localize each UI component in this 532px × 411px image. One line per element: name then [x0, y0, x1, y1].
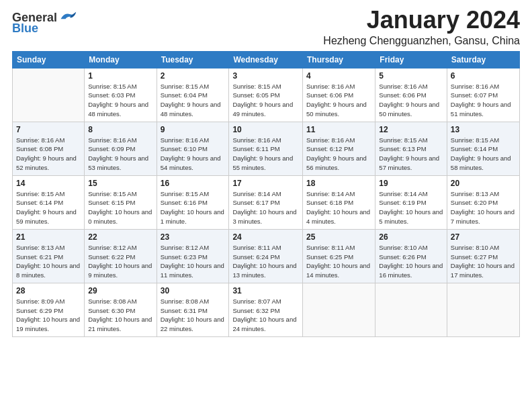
daylight-text: Daylight: 10 hours and 5 minutes. [379, 208, 443, 225]
table-row: 31 Sunrise: 8:07 AM Sunset: 6:32 PM Dayl… [229, 283, 303, 336]
sunset-text: Sunset: 6:03 PM [88, 91, 135, 99]
sunrise-text: Sunrise: 8:15 AM [161, 83, 209, 90]
calendar-week-row: 21 Sunrise: 8:13 AM Sunset: 6:21 PM Dayl… [13, 229, 520, 283]
day-number: 10 [232, 125, 299, 134]
day-info: Sunrise: 8:16 AM Sunset: 6:07 PM Dayligh… [451, 82, 516, 119]
table-row: 6 Sunrise: 8:16 AM Sunset: 6:07 PM Dayli… [447, 68, 519, 122]
table-row [375, 283, 447, 336]
sunset-text: Sunset: 6:32 PM [232, 307, 279, 314]
sunrise-text: Sunrise: 8:13 AM [16, 244, 64, 251]
sunrise-text: Sunrise: 8:14 AM [379, 190, 427, 197]
sunset-text: Sunset: 6:14 PM [451, 145, 498, 152]
col-sunday: Sunday [13, 51, 85, 68]
sunrise-text: Sunrise: 8:15 AM [232, 83, 281, 90]
sunset-text: Sunset: 6:22 PM [88, 253, 135, 261]
day-info: Sunrise: 8:12 AM Sunset: 6:22 PM Dayligh… [88, 243, 152, 280]
day-info: Sunrise: 8:11 AM Sunset: 6:24 PM Dayligh… [232, 243, 299, 280]
table-row: 28 Sunrise: 8:09 AM Sunset: 6:29 PM Dayl… [13, 283, 85, 336]
table-row: 16 Sunrise: 8:15 AM Sunset: 6:16 PM Dayl… [157, 175, 229, 229]
col-monday: Monday [85, 51, 157, 68]
day-number: 17 [232, 179, 299, 188]
daylight-text: Daylight: 9 hours and 49 minutes. [232, 101, 293, 118]
table-row: 29 Sunrise: 8:08 AM Sunset: 6:30 PM Dayl… [85, 283, 157, 336]
day-number: 18 [306, 179, 371, 188]
sunset-text: Sunset: 6:25 PM [306, 253, 353, 261]
day-number: 14 [16, 179, 81, 188]
table-row: 23 Sunrise: 8:12 AM Sunset: 6:23 PM Dayl… [157, 229, 229, 283]
sunrise-text: Sunrise: 8:15 AM [88, 83, 136, 90]
day-number: 21 [16, 232, 81, 242]
day-info: Sunrise: 8:15 AM Sunset: 6:14 PM Dayligh… [16, 189, 81, 226]
table-row [447, 283, 519, 336]
logo-blue-text: Blue [12, 22, 38, 34]
sunrise-text: Sunrise: 8:16 AM [306, 136, 355, 144]
table-row: 5 Sunrise: 8:16 AM Sunset: 6:06 PM Dayli… [375, 68, 447, 122]
day-number: 6 [451, 71, 516, 81]
sunset-text: Sunset: 6:17 PM [232, 199, 279, 206]
sunrise-text: Sunrise: 8:11 AM [306, 244, 355, 251]
day-info: Sunrise: 8:07 AM Sunset: 6:32 PM Dayligh… [232, 297, 299, 334]
day-info: Sunrise: 8:14 AM Sunset: 6:17 PM Dayligh… [232, 189, 299, 226]
calendar-week-row: 28 Sunrise: 8:09 AM Sunset: 6:29 PM Dayl… [13, 283, 520, 336]
table-row: 2 Sunrise: 8:15 AM Sunset: 6:04 PM Dayli… [157, 68, 229, 122]
day-number: 23 [161, 232, 226, 242]
sunset-text: Sunset: 6:04 PM [161, 91, 208, 99]
col-saturday: Saturday [447, 51, 519, 68]
daylight-text: Daylight: 9 hours and 52 minutes. [16, 154, 77, 171]
daylight-text: Daylight: 9 hours and 48 minutes. [161, 101, 221, 118]
daylight-text: Daylight: 10 hours and 8 minutes. [16, 262, 80, 279]
calendar-header-row: Sunday Monday Tuesday Wednesday Thursday… [13, 51, 520, 68]
day-info: Sunrise: 8:09 AM Sunset: 6:29 PM Dayligh… [16, 297, 81, 334]
sunset-text: Sunset: 6:16 PM [161, 199, 208, 206]
page: General Blue January 2024 Hezheng Chengg… [0, 0, 532, 411]
table-row: 19 Sunrise: 8:14 AM Sunset: 6:19 PM Dayl… [375, 175, 447, 229]
sunset-text: Sunset: 6:15 PM [88, 199, 135, 206]
sunrise-text: Sunrise: 8:16 AM [232, 136, 281, 144]
table-row: 17 Sunrise: 8:14 AM Sunset: 6:17 PM Dayl… [229, 175, 303, 229]
table-row: 18 Sunrise: 8:14 AM Sunset: 6:18 PM Dayl… [303, 175, 375, 229]
day-number: 24 [232, 232, 299, 242]
daylight-text: Daylight: 9 hours and 58 minutes. [451, 154, 511, 171]
sunrise-text: Sunrise: 8:16 AM [451, 83, 499, 90]
day-info: Sunrise: 8:14 AM Sunset: 6:19 PM Dayligh… [379, 189, 443, 226]
table-row [303, 283, 375, 336]
day-number: 20 [451, 179, 516, 188]
day-number: 27 [451, 232, 516, 242]
daylight-text: Daylight: 9 hours and 48 minutes. [88, 101, 148, 118]
sunrise-text: Sunrise: 8:12 AM [161, 244, 209, 251]
daylight-text: Daylight: 10 hours and 24 minutes. [232, 316, 296, 332]
sunrise-text: Sunrise: 8:14 AM [232, 190, 281, 197]
sunset-text: Sunset: 6:10 PM [161, 145, 208, 152]
day-info: Sunrise: 8:16 AM Sunset: 6:11 PM Dayligh… [232, 136, 299, 173]
month-title: January 2024 [323, 7, 520, 34]
daylight-text: Daylight: 10 hours and 13 minutes. [232, 262, 296, 279]
daylight-text: Daylight: 9 hours and 56 minutes. [306, 154, 367, 171]
sunset-text: Sunset: 6:29 PM [16, 307, 63, 314]
day-info: Sunrise: 8:11 AM Sunset: 6:25 PM Dayligh… [306, 243, 371, 280]
day-info: Sunrise: 8:13 AM Sunset: 6:21 PM Dayligh… [16, 243, 81, 280]
sunrise-text: Sunrise: 8:15 AM [161, 190, 209, 197]
daylight-text: Daylight: 9 hours and 51 minutes. [451, 101, 511, 118]
table-row: 14 Sunrise: 8:15 AM Sunset: 6:14 PM Dayl… [13, 175, 85, 229]
day-number: 29 [88, 286, 152, 295]
day-info: Sunrise: 8:12 AM Sunset: 6:23 PM Dayligh… [161, 243, 226, 280]
table-row: 24 Sunrise: 8:11 AM Sunset: 6:24 PM Dayl… [229, 229, 303, 283]
table-row: 12 Sunrise: 8:15 AM Sunset: 6:13 PM Dayl… [375, 122, 447, 175]
daylight-text: Daylight: 9 hours and 53 minutes. [88, 154, 148, 171]
col-tuesday: Tuesday [157, 51, 229, 68]
day-info: Sunrise: 8:15 AM Sunset: 6:13 PM Dayligh… [379, 136, 443, 173]
day-number: 12 [379, 125, 443, 134]
sunset-text: Sunset: 6:18 PM [306, 199, 353, 206]
daylight-text: Daylight: 10 hours and 21 minutes. [88, 316, 152, 332]
sunrise-text: Sunrise: 8:12 AM [88, 244, 136, 251]
day-info: Sunrise: 8:15 AM Sunset: 6:03 PM Dayligh… [88, 82, 152, 119]
sunrise-text: Sunrise: 8:16 AM [161, 136, 209, 144]
sunrise-text: Sunrise: 8:09 AM [16, 298, 64, 305]
day-number: 4 [306, 71, 371, 81]
table-row: 30 Sunrise: 8:08 AM Sunset: 6:31 PM Dayl… [157, 283, 229, 336]
table-row: 26 Sunrise: 8:10 AM Sunset: 6:26 PM Dayl… [375, 229, 447, 283]
sunrise-text: Sunrise: 8:10 AM [379, 244, 427, 251]
sunrise-text: Sunrise: 8:11 AM [232, 244, 281, 251]
table-row: 3 Sunrise: 8:15 AM Sunset: 6:05 PM Dayli… [229, 68, 303, 122]
day-number: 22 [88, 232, 152, 242]
